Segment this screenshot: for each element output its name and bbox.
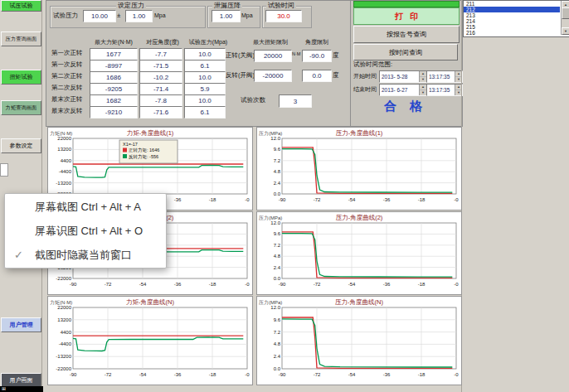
svg-text:0.0: 0.0 — [274, 276, 281, 281]
scroll-thumb[interactable] — [562, 7, 569, 19]
result-angle-cell: -71.6 — [139, 106, 182, 119]
result-pressure-cell: 6.1 — [184, 106, 226, 119]
end-date-field[interactable]: 2013- 6-27 ▲▼ — [379, 84, 427, 96]
spin-down-icon[interactable]: ▼ — [420, 77, 426, 82]
svg-text:-54: -54 — [348, 282, 356, 287]
svg-text:13200: 13200 — [57, 147, 71, 152]
svg-text:-54: -54 — [139, 282, 147, 287]
start-grid-icon[interactable]: ⊞ — [2, 386, 6, 391]
result-row-label: 最末次反转 — [51, 108, 83, 115]
forward-torque-limit-field[interactable]: 20000 — [254, 50, 292, 62]
start-date-field[interactable]: 2013- 5-28 ▲▼ — [379, 70, 427, 83]
svg-text:-18: -18 — [209, 197, 216, 202]
reverse-torque-limit-field[interactable]: -20000 — [254, 70, 292, 82]
svg-text:-36: -36 — [174, 197, 182, 202]
test-count-field[interactable]: 3 — [279, 94, 312, 108]
menu-item-3[interactable]: ✓截图时隐藏当前窗口 — [5, 243, 166, 267]
svg-text:X1=-17: X1=-17 — [123, 142, 138, 147]
sidebar-item-torque-test[interactable]: 扭矩试验 — [1, 70, 41, 85]
report-list-item[interactable]: 216 — [464, 30, 560, 36]
svg-text:-0: -0 — [245, 372, 250, 377]
svg-text:-90: -90 — [70, 372, 77, 377]
angle-limit-header: 角度限制 — [300, 38, 333, 46]
svg-text:2.4: 2.4 — [274, 265, 281, 270]
result-pressure-cell: 5.9 — [184, 83, 226, 95]
report-list-item[interactable]: 212 — [464, 7, 560, 12]
plus-minus-label: ± — [117, 12, 120, 19]
svg-text:12.0: 12.0 — [270, 305, 280, 310]
test-pressure-field[interactable]: 10.00 — [83, 10, 116, 22]
menu-item-label: 屏幕识图 Ctrl + Alt + O — [35, 225, 143, 237]
spin-up-icon[interactable]: ▲ — [420, 85, 426, 90]
check-icon: ✓ — [14, 243, 23, 267]
svg-text:-18: -18 — [418, 372, 426, 377]
tolerance-field[interactable]: 1.00 — [125, 10, 153, 22]
start-date-spinner[interactable]: ▲▼ — [419, 71, 426, 82]
mpa-unit-label-1: Mpa — [154, 12, 166, 19]
svg-text:-0: -0 — [454, 197, 459, 202]
result-pressure-cell: 6.1 — [184, 60, 226, 72]
set-pressure-group-label: 设定压力 — [116, 1, 146, 10]
svg-text:7.2: 7.2 — [274, 158, 281, 163]
start-time-label: 开始时间 — [353, 73, 377, 80]
svg-text:-22000: -22000 — [56, 276, 71, 281]
report-list-scrollbar[interactable]: ▲ ▼ — [561, 1, 569, 35]
result-max-torque-cell: -9210 — [90, 106, 138, 119]
result-max-torque-cell: 1677 — [90, 48, 138, 60]
svg-text:-72: -72 — [105, 282, 112, 287]
test-count-label: 试验次数 — [241, 97, 265, 104]
sidebar-item-user-management[interactable]: 用户管理 — [1, 317, 41, 332]
taskbar-fragment: ⊞ — [0, 386, 43, 392]
result-max-torque-cell: 1686 — [90, 71, 138, 84]
mpa-unit-label-2: Mpa — [241, 12, 253, 19]
time-range-label: 试验时间范围: — [353, 61, 392, 69]
menu-item-2[interactable]: 屏幕识图 Ctrl + Alt + O — [5, 219, 166, 243]
svg-text:4400: 4400 — [61, 158, 72, 163]
result-angle-cell: -10.2 — [139, 71, 182, 84]
svg-text:力矩-角度曲线(1): 力矩-角度曲线(1) — [127, 129, 174, 137]
leak-drop-field[interactable]: 1.00 — [212, 10, 241, 22]
test-time-group-label: 试验时间 — [266, 1, 296, 10]
print-button[interactable]: 打印 — [353, 7, 460, 25]
menu-item-1[interactable]: 屏幕截图 Ctrl + Alt + A — [5, 195, 166, 219]
svg-text:4.8: 4.8 — [274, 169, 281, 174]
sidebar-item-pressure-query[interactable]: 压力查询画面 — [1, 31, 41, 46]
report-list-item[interactable]: 213 — [464, 12, 560, 18]
leak-drop-group-label: 泄漏压降 — [212, 1, 242, 10]
start-clock-field[interactable]: 13:17:35 ▲▼ — [426, 70, 463, 83]
query-by-time-button[interactable]: 按时间查询 — [353, 44, 458, 60]
sidebar-item-parameter-settings[interactable]: 参数设定 — [1, 138, 41, 153]
svg-text:-13200: -13200 — [56, 181, 71, 186]
sidebar-item-torque-query[interactable]: 力矩查询画面 — [1, 100, 41, 115]
svg-text:4.8: 4.8 — [274, 341, 281, 346]
svg-text:压力(MPa): 压力(MPa) — [259, 299, 282, 305]
report-list-item[interactable]: 214 — [464, 18, 560, 24]
menu-item-label: 屏幕截图 Ctrl + Alt + A — [35, 201, 141, 213]
query-by-report-button[interactable]: 按报告号查询 — [353, 26, 460, 43]
report-list-item[interactable]: 211 — [464, 1, 560, 7]
scroll-down-icon[interactable]: ▼ — [562, 27, 569, 35]
spin-up-icon[interactable]: ▲ — [420, 71, 426, 77]
svg-text:-18: -18 — [209, 372, 216, 377]
torque-limit-header: 最大扭矩限制 — [244, 38, 297, 46]
end-date-spinner[interactable]: ▲▼ — [419, 85, 426, 95]
svg-text:7.2: 7.2 — [274, 330, 281, 335]
start-date-value: 2013- 5-28 — [382, 74, 407, 80]
sidebar-item-user-screen[interactable]: 用户画面 — [1, 373, 41, 387]
reverse-angle-limit-field[interactable]: 0.0 — [302, 70, 332, 82]
report-list-item[interactable]: 215 — [464, 24, 560, 30]
sidebar-item-pressure-test[interactable]: 试压试验 — [1, 0, 41, 12]
svg-text:压力-角度曲线(N): 压力-角度曲线(N) — [335, 298, 383, 306]
svg-text:22000: 22000 — [57, 305, 71, 310]
svg-text:-13200: -13200 — [56, 354, 71, 359]
forward-angle-limit-field[interactable]: -90.0 — [302, 50, 332, 62]
result-row-label: 最末次正转 — [51, 96, 83, 104]
spin-down-icon[interactable]: ▼ — [420, 90, 426, 95]
result-row-label: 第一次反转 — [51, 61, 83, 69]
end-clock-field[interactable]: 13:17:35 ▲▼ — [426, 84, 463, 96]
svg-text:压力-角度曲线(2): 压力-角度曲线(2) — [336, 214, 383, 221]
result-pressure-cell: 10.0 — [184, 94, 226, 107]
test-time-field[interactable]: 30.0 — [265, 10, 302, 22]
result-max-torque-cell: -8997 — [90, 60, 138, 72]
partial-button-top[interactable] — [353, 1, 460, 7]
